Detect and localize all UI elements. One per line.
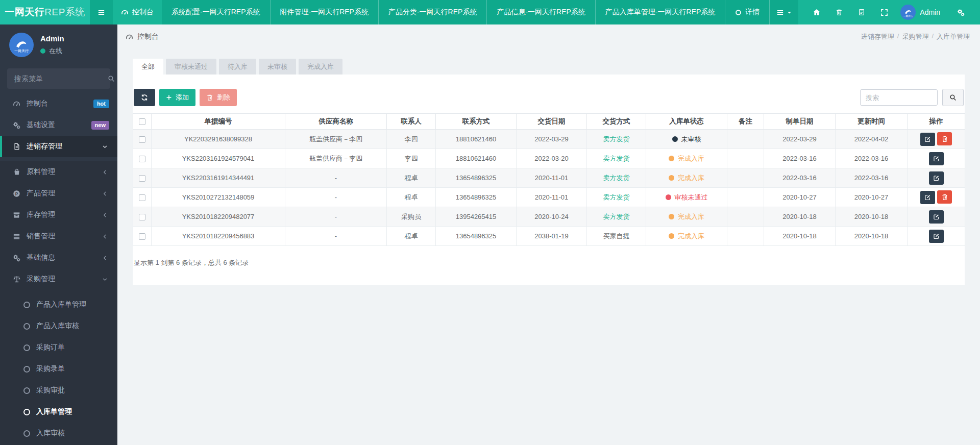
sidebar-item-销售管理[interactable]: 销售管理 bbox=[0, 226, 117, 247]
column-header: 联系方式 bbox=[436, 114, 517, 130]
nav-page-tab[interactable]: 产品入库单管理-一网天行REP系统 bbox=[596, 0, 725, 24]
svg-text:P: P bbox=[15, 191, 18, 196]
refresh-button[interactable] bbox=[134, 89, 155, 106]
home-button[interactable] bbox=[805, 8, 828, 16]
delete-button[interactable]: 删除 bbox=[200, 89, 237, 106]
row-checkbox[interactable] bbox=[139, 233, 145, 240]
table-search-input[interactable] bbox=[860, 89, 938, 106]
breadcrumb-item[interactable]: 进销存管理 bbox=[861, 32, 894, 41]
row-edit-button[interactable] bbox=[929, 152, 944, 165]
filter-tab-完成入库[interactable]: 完成入库 bbox=[299, 59, 342, 75]
row-checkbox[interactable] bbox=[139, 175, 145, 182]
sidebar-search bbox=[7, 68, 110, 89]
delivery-type-label: 卖方发货 bbox=[603, 135, 630, 143]
column-header: 更新时间 bbox=[836, 114, 908, 130]
cell-contact: 程卓 bbox=[387, 168, 436, 188]
sidebar-subitem-采购录单[interactable]: 采购录单 bbox=[0, 358, 117, 380]
sidebar-item-库存管理[interactable]: 库存管理 bbox=[0, 204, 117, 226]
cell-order-no: YKS2010272132148059 bbox=[152, 188, 285, 207]
sidebar-item-基础设置[interactable]: 基础设置new bbox=[0, 114, 117, 136]
breadcrumb-home[interactable]: 控制台 bbox=[137, 32, 159, 41]
breadcrumb-item[interactable]: 入库单管理 bbox=[937, 32, 970, 41]
sidebar-item-采购管理[interactable]: 采购管理 bbox=[0, 268, 117, 290]
row-checkbox-cell bbox=[133, 207, 152, 227]
sidebar-item-进销存管理[interactable]: 进销存管理 bbox=[0, 136, 117, 157]
row-delete-button[interactable] bbox=[937, 190, 952, 204]
sidebar-subitem-采购审批[interactable]: 采购审批 bbox=[0, 380, 117, 401]
log-button[interactable] bbox=[850, 9, 873, 16]
sidebar-search-input[interactable] bbox=[13, 74, 108, 83]
nav-page-tab[interactable]: 附件管理-一网天行REP系统 bbox=[271, 0, 379, 24]
sidebar-profile: 一网天行 Admin 在线 bbox=[0, 24, 117, 60]
cell-created: 2022-03-16 bbox=[764, 168, 836, 188]
badge-new: new bbox=[91, 121, 109, 130]
nav-dashboard-tab[interactable]: 控制台 bbox=[113, 0, 162, 24]
profile-name: Admin bbox=[40, 34, 64, 43]
avatar[interactable]: 一网天行 bbox=[9, 33, 34, 57]
sidebar-toggle-button[interactable] bbox=[90, 0, 113, 24]
fullscreen-button[interactable] bbox=[873, 9, 895, 16]
nav-page-tab[interactable]: 系统配置-一网天行REP系统 bbox=[162, 0, 270, 24]
filter-tab-审核未通过[interactable]: 审核未通过 bbox=[166, 59, 216, 75]
app-logo[interactable]: 一网天行REP系统 bbox=[0, 0, 90, 24]
row-checkbox[interactable] bbox=[139, 156, 145, 162]
home-icon bbox=[813, 8, 821, 16]
sidebar-item-产品管理[interactable]: P产品管理 bbox=[0, 183, 117, 204]
sidebar-subitem-入库单管理[interactable]: 入库单管理 bbox=[0, 401, 117, 423]
navbar-username[interactable]: Admin bbox=[920, 8, 940, 16]
log-icon bbox=[858, 9, 865, 16]
cell-remark bbox=[727, 227, 764, 246]
sidebar-item-原料管理[interactable]: 原料管理 bbox=[0, 161, 117, 183]
cell-delivery-date: 2020-11-01 bbox=[517, 168, 587, 188]
trash-button[interactable] bbox=[828, 9, 850, 16]
sidebar-subitem-产品入库审核[interactable]: 产品入库审核 bbox=[0, 315, 117, 337]
row-edit-button[interactable] bbox=[929, 210, 944, 224]
user-avatar[interactable]: 一网天行 bbox=[900, 5, 916, 20]
profile-status: 在线 bbox=[40, 46, 64, 56]
filter-tab-未审核[interactable]: 未审核 bbox=[259, 59, 296, 75]
breadcrumb-item[interactable]: 采购管理 bbox=[902, 32, 928, 41]
dashboard-icon bbox=[126, 33, 133, 41]
nav-dashboard-label: 控制台 bbox=[132, 8, 154, 17]
main-content: 控制台 进销存管理/采购管理/入库单管理 全部审核未通过待入库未审核完成入库 添… bbox=[117, 24, 980, 445]
row-delete-button[interactable] bbox=[937, 132, 952, 145]
sidebar-item-控制台[interactable]: 控制台hot bbox=[0, 93, 117, 114]
sidebar-subitem-产品入库单管理[interactable]: 产品入库单管理 bbox=[0, 294, 117, 315]
row-edit-button[interactable] bbox=[929, 171, 944, 185]
sidebar-item-基础信息[interactable]: 基础信息 bbox=[0, 247, 117, 268]
sidebar-subitem-采购订单[interactable]: 采购订单 bbox=[0, 337, 117, 358]
cell-remark bbox=[727, 207, 764, 227]
cell-updated: 2020-10-18 bbox=[836, 207, 908, 227]
add-button[interactable]: 添加 bbox=[159, 89, 195, 106]
row-edit-button[interactable] bbox=[920, 133, 935, 146]
circle-o-icon bbox=[23, 302, 30, 308]
nav-detail-tab[interactable]: 详情 bbox=[725, 0, 770, 24]
cell-order-no: YKS2010182209456883 bbox=[152, 227, 285, 246]
edit-icon bbox=[933, 213, 940, 220]
nav-menu-dropdown[interactable] bbox=[770, 0, 798, 24]
cell-supplier: - bbox=[285, 188, 387, 207]
cell-remark bbox=[727, 130, 764, 149]
filter-tab-待入库[interactable]: 待入库 bbox=[219, 59, 256, 75]
sidebar-menu-children: 原料管理P产品管理库存管理销售管理基础信息采购管理 bbox=[0, 161, 117, 290]
table-search-button[interactable] bbox=[942, 89, 964, 106]
delivery-type-label: 卖方发货 bbox=[603, 193, 630, 201]
sidebar-subitem-入库审核[interactable]: 入库审核 bbox=[0, 423, 117, 444]
sidebar-menu: 控制台hot基础设置new进销存管理 bbox=[0, 93, 117, 157]
breadcrumb: 控制台 bbox=[126, 32, 159, 41]
row-checkbox[interactable] bbox=[139, 214, 145, 220]
row-edit-button[interactable] bbox=[929, 230, 944, 243]
filter-tab-全部[interactable]: 全部 bbox=[133, 59, 163, 75]
row-edit-button[interactable] bbox=[920, 191, 935, 204]
row-checkbox[interactable] bbox=[139, 194, 145, 201]
nav-page-tab[interactable]: 产品信息-一网天行REP系统 bbox=[487, 0, 595, 24]
settings-button[interactable] bbox=[949, 9, 972, 16]
cell-created: 2020-10-18 bbox=[764, 227, 836, 246]
row-checkbox[interactable] bbox=[139, 136, 145, 143]
select-all-checkbox[interactable] bbox=[139, 118, 145, 125]
status-dot-icon bbox=[669, 214, 674, 219]
cell-order-no: YK2203291638099328 bbox=[152, 130, 285, 149]
status-dot-icon bbox=[669, 175, 674, 181]
chevron-down-icon bbox=[101, 144, 109, 150]
nav-page-tab[interactable]: 产品分类-一网天行REP系统 bbox=[379, 0, 487, 24]
